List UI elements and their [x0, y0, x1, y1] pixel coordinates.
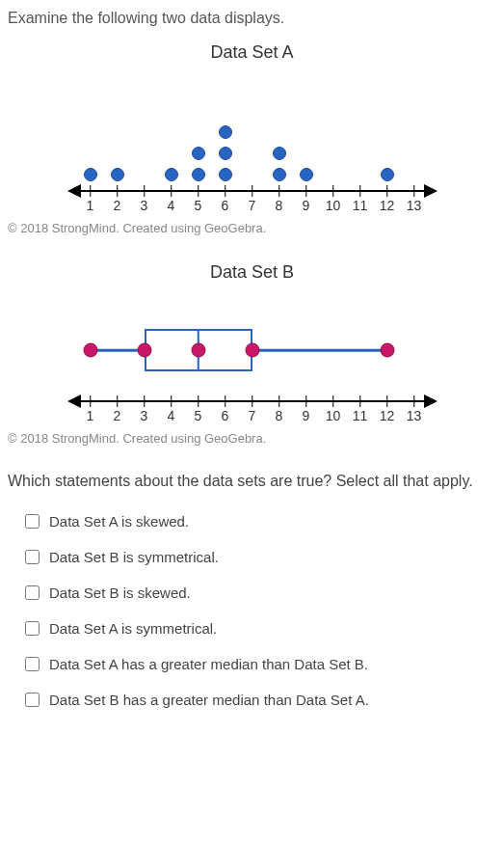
boxplot-point-max — [380, 343, 394, 358]
option-row: Data Set A is symmetrical. — [25, 620, 496, 637]
tick-label: 12 — [380, 198, 395, 213]
data-dot — [192, 168, 205, 181]
tick-labels-a: 12345678910111213 — [69, 196, 436, 215]
tick-label: 10 — [326, 198, 341, 213]
dotplot-area — [69, 92, 436, 178]
instruction-text: Examine the following two data displays. — [8, 10, 496, 27]
tick-label: 1 — [87, 198, 94, 213]
tick-label: 10 — [326, 408, 341, 423]
data-dot — [84, 168, 97, 181]
copyright-b: © 2018 StrongMind. Created using GeoGebr… — [8, 431, 496, 446]
tick-label: 3 — [141, 408, 148, 423]
option-label[interactable]: Data Set A is symmetrical. — [49, 620, 217, 637]
option-label[interactable]: Data Set B is symmetrical. — [49, 549, 219, 565]
tick-label: 9 — [303, 198, 310, 213]
option-label[interactable]: Data Set A has a greater median than Dat… — [49, 656, 368, 672]
boxplot-point-min — [83, 343, 97, 358]
option-row: Data Set B has a greater median than Dat… — [25, 692, 496, 708]
boxplot-point-q1 — [137, 343, 151, 358]
option-label[interactable]: Data Set B has a greater median than Dat… — [49, 692, 369, 708]
option-row: Data Set A has a greater median than Dat… — [25, 656, 496, 672]
tick-label: 4 — [168, 408, 175, 423]
whisker-right — [252, 349, 387, 352]
tick-label: 8 — [276, 198, 283, 213]
axis-line-b — [69, 400, 436, 402]
tick-label: 6 — [222, 198, 229, 213]
data-dot — [300, 168, 313, 181]
tick-label: 8 — [276, 408, 283, 423]
tick-label: 7 — [249, 198, 256, 213]
tick-label: 9 — [303, 408, 310, 423]
tick-label: 1 — [87, 408, 94, 423]
data-dot — [273, 168, 286, 181]
option-row: Data Set B is skewed. — [25, 585, 496, 601]
tick-label: 5 — [195, 408, 202, 423]
chart-a-title: Data Set A — [8, 42, 496, 63]
tick-label: 5 — [195, 198, 202, 213]
tick-labels-b: 12345678910111213 — [69, 406, 436, 425]
option-label[interactable]: Data Set B is skewed. — [49, 585, 191, 601]
option-checkbox[interactable] — [25, 585, 40, 600]
option-row: Data Set B is symmetrical. — [25, 549, 496, 565]
tick-label: 12 — [380, 408, 395, 423]
options-list: Data Set A is skewed.Data Set B is symme… — [8, 513, 496, 708]
data-dot — [192, 147, 205, 160]
tick-label: 13 — [407, 198, 422, 213]
chart-b-container: 12345678910111213 — [69, 312, 436, 425]
chart-a-container: 12345678910111213 — [69, 92, 436, 215]
option-checkbox[interactable] — [25, 657, 40, 671]
chart-b-title: Data Set B — [8, 262, 496, 283]
question-text: Which statements about the data sets are… — [8, 473, 496, 490]
option-checkbox[interactable] — [25, 514, 40, 529]
copyright-a: © 2018 StrongMind. Created using GeoGebr… — [8, 221, 496, 235]
data-dot — [381, 168, 394, 181]
tick-label: 6 — [222, 408, 229, 423]
boxplot-point-q3 — [245, 343, 259, 358]
tick-label: 3 — [141, 198, 148, 213]
tick-label: 13 — [407, 408, 422, 423]
tick-label: 4 — [168, 198, 175, 213]
option-label[interactable]: Data Set A is skewed. — [49, 513, 189, 530]
option-checkbox[interactable] — [25, 621, 40, 636]
data-dot — [273, 147, 286, 160]
tick-label: 2 — [114, 198, 121, 213]
option-checkbox[interactable] — [25, 693, 40, 707]
data-dot — [111, 168, 124, 181]
data-dot — [219, 147, 232, 160]
axis-line-a — [69, 190, 436, 192]
tick-label: 11 — [353, 408, 368, 423]
boxplot-point-median — [191, 343, 205, 358]
option-row: Data Set A is skewed. — [25, 513, 496, 530]
boxplot-area — [69, 312, 436, 389]
data-dot — [219, 125, 232, 139]
tick-label: 2 — [114, 408, 121, 423]
option-checkbox[interactable] — [25, 550, 40, 564]
data-dot — [219, 168, 232, 181]
data-dot — [165, 168, 178, 181]
tick-label: 7 — [249, 408, 256, 423]
tick-label: 11 — [353, 198, 368, 213]
